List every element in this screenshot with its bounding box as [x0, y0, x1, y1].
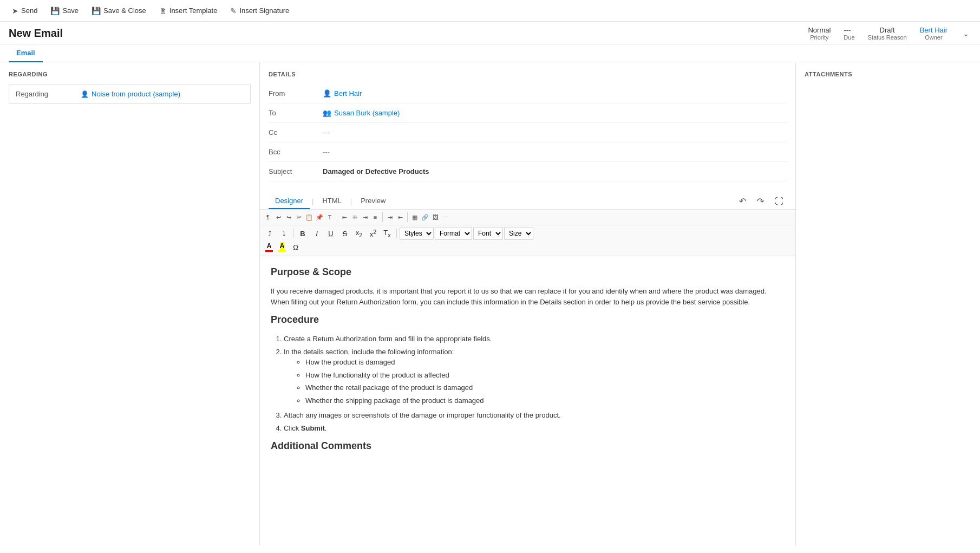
subject-row: Subject Damaged or Defective Products — [269, 162, 787, 181]
main-toolbar: ➤ Send 💾 Save 💾 Save & Close 🗎 Insert Te… — [0, 0, 980, 22]
text-color-indicator — [265, 250, 273, 252]
fmt-clear-format-button[interactable]: Tx — [381, 227, 394, 240]
insert-template-button[interactable]: 🗎 Insert Template — [154, 4, 223, 17]
fmt-bg-color-button[interactable]: A — [276, 241, 288, 253]
cc-value[interactable]: --- — [323, 128, 787, 136]
fmt-justify-icon[interactable]: ≡ — [370, 212, 380, 222]
fmt-align-left-icon[interactable]: ⇤ — [339, 212, 349, 222]
header-chevron-button[interactable]: ⌄ — [961, 27, 971, 40]
editor-actions: ↶ ↷ ⛶ — [736, 195, 787, 207]
regarding-field-row: Regarding 👤 Noise from product (sample) — [9, 84, 251, 104]
save-icon: 💾 — [50, 6, 60, 15]
fmt-para-icon[interactable]: ¶ — [263, 212, 273, 222]
sub-item-4: Whether the shipping package of the prod… — [305, 395, 785, 406]
owner-meta[interactable]: Bert Hair Owner — [920, 26, 948, 41]
redo-button[interactable]: ↷ — [754, 195, 767, 207]
fmt-undo2-icon[interactable]: ↩ — [273, 212, 283, 222]
status-label: Status Reason — [868, 34, 907, 41]
fmt-outdent-icon[interactable]: ⇤ — [395, 212, 405, 222]
from-icon: 👤 — [323, 89, 331, 97]
cc-row: Cc --- — [269, 123, 787, 142]
fmt-increase-indent-btn[interactable]: ⤴ — [263, 228, 276, 239]
from-value[interactable]: 👤 Bert Hair — [323, 89, 787, 97]
save-button[interactable]: 💾 Save — [45, 4, 84, 17]
insert-signature-icon: ✎ — [230, 6, 237, 15]
details-section: DETAILS From 👤 Bert Hair To 👥 Susan Burk… — [260, 62, 795, 190]
fmt-copy-icon[interactable]: 📋 — [304, 212, 314, 222]
fmt-indent-icon[interactable]: ⇥ — [385, 212, 395, 222]
fmt-more-icon[interactable]: ⋯ — [441, 212, 450, 222]
status-value: Draft — [868, 26, 907, 34]
undo-button[interactable]: ↶ — [736, 195, 749, 207]
save-close-button[interactable]: 💾 Save & Close — [86, 4, 152, 17]
tab-email[interactable]: Email — [9, 44, 43, 62]
fmt-size-select[interactable]: Size — [504, 227, 533, 240]
bcc-value[interactable]: --- — [323, 148, 787, 156]
fullscreen-button[interactable]: ⛶ — [772, 196, 787, 207]
editor-tabs: Designer | HTML | Preview ↶ ↷ ⛶ — [260, 190, 795, 210]
due-value: --- — [844, 26, 854, 34]
fmt-decrease-indent-btn[interactable]: ⤵ — [277, 228, 290, 239]
fmt-align-center-icon[interactable]: ⁜ — [350, 212, 360, 222]
fmt-redo2-icon[interactable]: ↪ — [284, 212, 293, 222]
email-heading1: Purpose & Scope — [271, 265, 785, 279]
to-icon: 👥 — [323, 109, 331, 117]
fmt-subscript-button[interactable]: x2 — [352, 227, 365, 240]
subject-value[interactable]: Damaged or Defective Products — [323, 167, 787, 175]
regarding-section-title: REGARDING — [9, 71, 251, 77]
fmt-sep4 — [396, 229, 397, 238]
fmt-strikethrough-button[interactable]: S — [338, 228, 351, 239]
fmt-italic-button[interactable]: I — [310, 228, 323, 239]
overflow-format-toolbar: ¶ ↩ ↪ ✂ 📋 📌 T ⇤ ⁜ ⇥ ≡ ⇥ ⇤ ▦ 🔗 🖼 ⋯ — [260, 210, 795, 225]
fmt-sep1 — [382, 212, 383, 222]
format-row1: ⤴ ⤵ B I U S x2 x2 Tx Styles Format Font — [263, 227, 792, 240]
fmt-paste-text-icon[interactable]: T — [325, 212, 335, 222]
fmt-sep3 — [293, 229, 293, 238]
fmt-underline-button[interactable]: U — [324, 228, 337, 239]
email-body[interactable]: Purpose & Scope If you receive damaged p… — [260, 256, 795, 545]
fmt-styles-select[interactable]: Styles — [400, 227, 434, 240]
fmt-link-icon[interactable]: 🔗 — [420, 212, 430, 222]
editor-tab-divider1: | — [312, 197, 313, 205]
to-value-text: Susan Burk (sample) — [334, 109, 400, 117]
fmt-special-char-button[interactable]: Ω — [289, 242, 302, 253]
fmt-format-select[interactable]: Format — [435, 227, 472, 240]
fmt-paste-icon[interactable]: 📌 — [315, 212, 324, 222]
text-color-label: A — [267, 242, 272, 250]
to-row: To 👥 Susan Burk (sample) — [269, 103, 787, 123]
bcc-row: Bcc --- — [269, 142, 787, 162]
owner-value[interactable]: Bert Hair — [920, 26, 948, 34]
fmt-image-icon[interactable]: 🖼 — [430, 212, 440, 222]
tab-designer[interactable]: Designer — [269, 193, 310, 209]
tab-html[interactable]: HTML — [316, 193, 348, 209]
fmt-font-select[interactable]: Font — [473, 227, 503, 240]
fmt-superscript-button[interactable]: x2 — [367, 227, 380, 240]
fmt-align-right-icon[interactable]: ⇥ — [360, 212, 370, 222]
procedure-item-4: Click Submit. — [284, 423, 785, 434]
to-value[interactable]: 👥 Susan Burk (sample) — [323, 109, 787, 117]
from-label: From — [269, 89, 323, 97]
tab-preview[interactable]: Preview — [354, 193, 392, 209]
fmt-table-icon[interactable]: ▦ — [410, 212, 420, 222]
sub-item-1: How the product is damaged — [305, 357, 785, 368]
bcc-label: Bcc — [269, 148, 323, 156]
page-title: New Email — [9, 27, 63, 40]
insert-template-icon: 🗎 — [159, 6, 167, 15]
due-label: Due — [844, 34, 854, 41]
format-row2: A A Ω — [263, 240, 792, 254]
details-panel: DETAILS From 👤 Bert Hair To 👥 Susan Burk… — [260, 62, 796, 545]
fmt-text-color-button[interactable]: A — [263, 241, 275, 253]
from-row: From 👤 Bert Hair — [269, 84, 787, 103]
fmt-cut-icon[interactable]: ✂ — [294, 212, 304, 222]
insert-signature-button[interactable]: ✎ Insert Signature — [225, 4, 295, 17]
regarding-value-icon: 👤 — [81, 90, 89, 98]
fmt-bold-button[interactable]: B — [296, 228, 309, 239]
fmt-sep2 — [407, 212, 408, 222]
save-close-icon: 💾 — [92, 6, 101, 15]
cc-label: Cc — [269, 128, 323, 136]
regarding-value[interactable]: 👤 Noise from product (sample) — [81, 90, 180, 98]
overflow-row: ¶ ↩ ↪ ✂ 📋 📌 T ⇤ ⁜ ⇥ ≡ ⇥ ⇤ ▦ 🔗 🖼 ⋯ — [263, 211, 792, 223]
attachments-section-title: ATTACHMENTS — [805, 71, 971, 77]
send-button[interactable]: ➤ Send — [6, 4, 43, 17]
email-procedure-list: Create a Return Authorization form and f… — [284, 334, 785, 433]
